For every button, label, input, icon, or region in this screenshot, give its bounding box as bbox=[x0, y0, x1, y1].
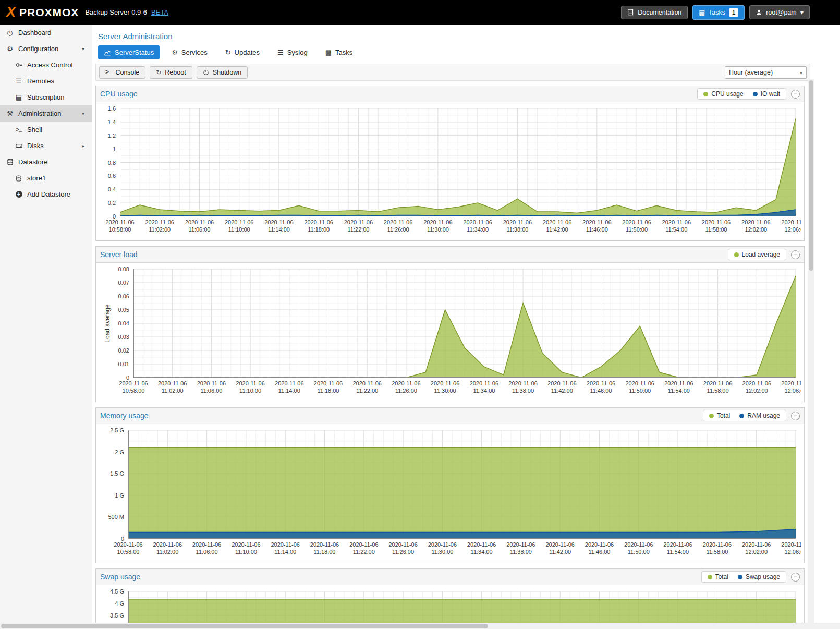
legend-item[interactable]: Swap usage bbox=[738, 573, 780, 580]
swap-usage-chart: 0500 M1 G1.5 G2 G2.5 G3 G3.5 G4 G4.5 G20… bbox=[99, 587, 801, 623]
panel-title: Memory usage bbox=[100, 412, 149, 420]
chart-legend: TotalSwap usage bbox=[701, 571, 786, 583]
y-axis-tick-label: 0.07 bbox=[99, 279, 129, 286]
x-axis-tick-label: 2020-11-0611:38:00 bbox=[502, 380, 544, 395]
x-axis-tick-label: 2020-11-0611:30:00 bbox=[421, 541, 463, 556]
x-axis-tick-label: 2020-11-0611:42:00 bbox=[541, 380, 583, 395]
x-axis-tick-label: 2020-11-0611:46:00 bbox=[576, 219, 618, 234]
chart-plot bbox=[128, 591, 796, 623]
database-icon bbox=[15, 175, 23, 182]
proxmox-logo-icon: X bbox=[6, 4, 16, 20]
horizontal-scrollbar[interactable] bbox=[0, 623, 840, 629]
x-axis-tick-label: 2020-11-0612:02:00 bbox=[735, 219, 777, 234]
y-axis-tick-label: 2.5 G bbox=[99, 427, 124, 434]
terminal-icon: >_ bbox=[15, 127, 23, 133]
x-axis-tick-label: 2020-11-0611:54:00 bbox=[655, 219, 697, 234]
x-axis-tick-label: 2020-11-0611:18:00 bbox=[308, 380, 349, 395]
x-axis-tick-label: 2020-11-0611:58:00 bbox=[696, 541, 738, 556]
collapse-panel-icon[interactable]: − bbox=[791, 412, 800, 420]
tab-bar: ServerStatus ⚙ Services ↻ Updates ☰ Sysl… bbox=[92, 41, 840, 64]
main-content: Server Administration ServerStatus ⚙ Ser… bbox=[92, 25, 840, 623]
page-title: Server Administration bbox=[92, 25, 840, 41]
y-axis-title: Load average bbox=[104, 304, 111, 342]
sidebar: ◷ Dashboard ⚙ Configuration ▾ Access Con… bbox=[0, 25, 92, 623]
documentation-button[interactable]: Documentation bbox=[621, 6, 688, 19]
caret-down-icon[interactable]: ▾ bbox=[82, 46, 84, 52]
sidebar-item-subscription[interactable]: ▤ Subscription bbox=[0, 89, 92, 105]
x-axis-tick-label: 2020-11-0611:14:00 bbox=[258, 219, 300, 234]
panel-header: Swap usage TotalSwap usage − bbox=[96, 569, 804, 585]
product-version: Backup Server 0.9-6 bbox=[85, 8, 147, 16]
panel-title: Server load bbox=[100, 250, 138, 259]
timeframe-select[interactable]: Hour (average) ▾ bbox=[725, 66, 807, 79]
sidebar-item-configuration[interactable]: ⚙ Configuration ▾ bbox=[0, 41, 92, 57]
legend-item[interactable]: Total bbox=[709, 412, 730, 419]
tab-syslog[interactable]: ☰ Syslog bbox=[272, 45, 313, 59]
shutdown-button[interactable]: Shutdown bbox=[197, 66, 248, 79]
horizontal-scrollbar-thumb[interactable] bbox=[1, 624, 488, 628]
legend-item[interactable]: CPU usage bbox=[703, 90, 743, 98]
x-axis-tick-label: 2020-11-0611:06:00 bbox=[190, 380, 232, 395]
sidebar-item-access-control[interactable]: Access Control bbox=[0, 57, 92, 73]
area-chart-icon bbox=[104, 49, 111, 56]
tab-tasks[interactable]: ▤ Tasks bbox=[320, 45, 359, 59]
legend-item[interactable]: IO wait bbox=[753, 90, 780, 98]
vertical-scrollbar-thumb[interactable] bbox=[809, 80, 813, 271]
sidebar-item-dashboard[interactable]: ◷ Dashboard bbox=[0, 25, 92, 41]
sidebar-item-label: Configuration bbox=[18, 45, 58, 53]
legend-item[interactable]: Load average bbox=[734, 251, 780, 258]
x-axis-tick-label: 2020-11-0611:46:00 bbox=[579, 541, 620, 556]
server-load-chart: 00.010.020.030.040.050.060.070.082020-11… bbox=[99, 265, 801, 398]
legend-item[interactable]: RAM usage bbox=[739, 412, 780, 419]
beta-link[interactable]: BETA bbox=[151, 8, 168, 16]
legend-dot-icon bbox=[738, 575, 742, 579]
x-axis-tick-label: 2020-11-0610:58:00 bbox=[99, 219, 141, 234]
dashboard-icon: ◷ bbox=[6, 29, 14, 37]
sidebar-item-label: Add Datastore bbox=[27, 190, 70, 198]
collapse-panel-icon[interactable]: − bbox=[791, 250, 800, 259]
x-axis-tick-label: 2020-11-0611:26:00 bbox=[385, 380, 427, 395]
x-axis-tick-label: 2020-11-0611:50:00 bbox=[616, 219, 658, 234]
user-menu-button[interactable]: root@pam ▾ bbox=[749, 5, 810, 19]
sidebar-item-store1[interactable]: store1 bbox=[0, 170, 92, 186]
sidebar-item-administration[interactable]: ⚒ Administration ▾ bbox=[0, 105, 92, 122]
chevron-down-icon: ▾ bbox=[800, 70, 802, 76]
y-axis-tick-label: 4 G bbox=[99, 600, 124, 607]
sidebar-item-datastore[interactable]: Datastore bbox=[0, 154, 92, 170]
x-axis-tick-label: 2020-11-0610:58:00 bbox=[113, 380, 154, 395]
x-axis-tick-label: 2020-11-0611:50:00 bbox=[619, 380, 661, 395]
tab-serverstatus[interactable]: ServerStatus bbox=[98, 45, 160, 59]
x-axis-tick-label: 2020-11-0611:46:00 bbox=[580, 380, 622, 395]
collapse-panel-icon[interactable]: − bbox=[791, 573, 800, 582]
sidebar-item-disks[interactable]: Disks ▸ bbox=[0, 138, 92, 154]
x-axis-tick-label: 2020-11-0612:06:00 bbox=[775, 380, 801, 395]
power-icon bbox=[203, 69, 209, 76]
legend-item[interactable]: Total bbox=[708, 573, 728, 580]
caret-down-icon[interactable]: ▾ bbox=[82, 111, 84, 116]
tab-updates[interactable]: ↻ Updates bbox=[220, 45, 265, 59]
sidebar-item-shell[interactable]: >_ Shell bbox=[0, 122, 92, 138]
header-actions: Documentation ▤ Tasks 1 root@pam ▾ bbox=[621, 5, 810, 20]
caret-right-icon[interactable]: ▸ bbox=[82, 143, 84, 149]
sidebar-item-remotes[interactable]: ☰ Remotes bbox=[0, 73, 92, 89]
x-axis-tick-label: 2020-11-0611:06:00 bbox=[179, 219, 221, 234]
y-axis-tick-label: 1.2 bbox=[99, 132, 116, 139]
y-axis-tick-label: 500 M bbox=[99, 513, 124, 521]
x-axis-tick-label: 2020-11-0611:42:00 bbox=[539, 541, 581, 556]
y-axis-tick-label: 0.8 bbox=[99, 159, 116, 166]
swap-usage-panel: Swap usage TotalSwap usage − 0500 M1 G1.… bbox=[95, 568, 805, 623]
tab-services[interactable]: ⚙ Services bbox=[166, 45, 213, 59]
server-load-panel: Server load Load average − 00.010.020.03… bbox=[95, 246, 805, 402]
panel-title: CPU usage bbox=[100, 90, 138, 98]
collapse-panel-icon[interactable]: − bbox=[791, 90, 800, 99]
chart-legend: CPU usageIO wait bbox=[697, 88, 786, 100]
reboot-button[interactable]: ↻ Reboot bbox=[150, 66, 192, 79]
sidebar-item-label: Disks bbox=[27, 142, 44, 150]
sidebar-item-add-datastore[interactable]: + Add Datastore bbox=[0, 186, 92, 202]
terminal-icon: >_ bbox=[105, 69, 112, 76]
x-axis-tick-label: 2020-11-0611:22:00 bbox=[343, 541, 385, 556]
vertical-scrollbar[interactable] bbox=[808, 79, 814, 623]
cpu-usage-panel: CPU usage CPU usageIO wait − 00.20.40.60… bbox=[95, 86, 805, 241]
tasks-button[interactable]: ▤ Tasks 1 bbox=[692, 5, 745, 20]
console-button[interactable]: >_ Console bbox=[99, 66, 145, 79]
